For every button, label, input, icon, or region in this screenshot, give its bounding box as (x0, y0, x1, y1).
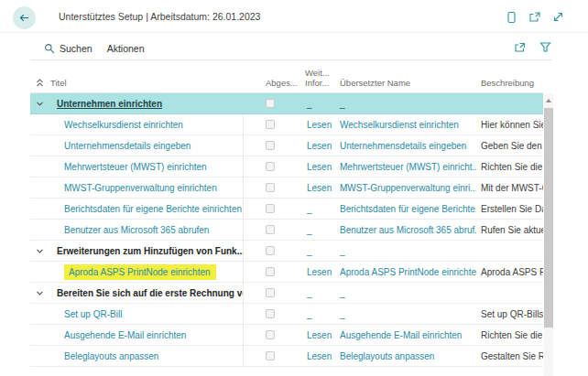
description-text (476, 283, 543, 303)
table-row[interactable]: Ausgehende E-Mail einrichtenLesenAusgehe… (30, 325, 543, 346)
search-menu-item[interactable]: Suchen (44, 43, 93, 54)
grid-body: Unternehmen einrichten__Wechselkursdiens… (30, 93, 543, 367)
column-header-abgeschlossen[interactable]: Abges... (244, 78, 302, 92)
completed-checkbox[interactable] (266, 330, 275, 339)
column-header-beschreibung[interactable]: Beschreibung (476, 78, 543, 92)
page-title: Unterstütztes Setup | Arbeitsdatum: 26.0… (59, 0, 260, 33)
description-text: Hier können Sie (476, 114, 543, 134)
share-icon[interactable] (514, 41, 527, 53)
column-header-titel[interactable]: Titel (50, 78, 67, 88)
description-text: Set up QR-Bills a (476, 304, 543, 324)
description-text: Geben Sie den N (476, 135, 543, 156)
empty-value: _ (340, 288, 345, 298)
completed-checkbox[interactable] (266, 204, 275, 213)
translated-name-link[interactable]: Beleglayouts anpassen (340, 351, 434, 361)
completed-checkbox[interactable] (266, 162, 275, 171)
completed-checkbox[interactable] (266, 183, 275, 192)
lesen-link[interactable]: Lesen (307, 351, 332, 361)
row-title[interactable]: Berichtsdaten für eigene Berichte einric… (64, 204, 242, 214)
bookmark-icon[interactable] (506, 11, 517, 24)
description-text: Richten Sie die E (476, 325, 543, 345)
lesen-link[interactable]: Lesen (307, 183, 332, 193)
actions-label: Aktionen (107, 43, 145, 54)
chevron-down-icon[interactable] (35, 99, 45, 109)
actions-menu-item[interactable]: Aktionen (107, 43, 145, 54)
chevron-down-icon[interactable] (35, 288, 45, 298)
vertical-scrollbar[interactable] (544, 94, 553, 376)
completed-checkbox[interactable] (266, 141, 275, 150)
empty-value: _ (307, 246, 312, 256)
resize-window-icon[interactable] (552, 11, 564, 24)
completed-checkbox[interactable] (266, 99, 275, 108)
completed-checkbox[interactable] (266, 288, 275, 297)
column-header-weitere-informationen[interactable]: Weit... Infor... (302, 68, 336, 92)
completed-checkbox[interactable] (266, 120, 275, 129)
open-in-new-window-icon[interactable] (528, 11, 541, 24)
arrow-left-icon (18, 12, 30, 24)
translated-name-link[interactable]: Mehrwertsteuer (MWST) einricht... (340, 162, 476, 172)
lesen-link[interactable]: Lesen (307, 330, 332, 340)
table-row[interactable]: Mehrwertsteuer (MWST) einrichtenLesenMeh… (30, 156, 543, 177)
row-title[interactable]: Wechselkursdienst einrichten (64, 120, 183, 130)
table-row[interactable]: Unternehmensdetails eingebenLesenUnterne… (30, 135, 543, 156)
setup-list: Titel Abges... Weit... Infor... Übersetz… (30, 64, 543, 367)
row-title[interactable]: Ausgehende E-Mail einrichten (64, 330, 186, 340)
back-button[interactable] (13, 6, 36, 29)
description-text: Mit der MWST-G (476, 177, 543, 198)
row-title[interactable]: Beleglayouts anpassen (64, 351, 158, 361)
empty-value: _ (340, 309, 345, 319)
row-title: Erweiterungen zum Hinzufügen von Funk... (57, 246, 244, 256)
row-title[interactable]: MWST-Gruppenverwaltung einrichten (64, 183, 217, 193)
completed-checkbox[interactable] (266, 351, 275, 360)
lesen-link[interactable]: Lesen (307, 141, 332, 151)
row-title[interactable]: Benutzer aus Microsoft 365 abrufen (64, 225, 209, 235)
empty-value: _ (340, 246, 345, 256)
chevron-down-icon[interactable] (35, 246, 45, 256)
translated-name-link[interactable]: Unternehmensdetails eingeben (340, 141, 466, 151)
row-title[interactable]: Aproda ASPS PrintNode einrichten (64, 264, 216, 280)
column-header-weitere-line1: Weit... (305, 68, 330, 78)
completed-checkbox[interactable] (266, 246, 275, 255)
completed-checkbox[interactable] (266, 309, 275, 318)
table-row[interactable]: Beleglayouts anpassenLesenBeleglayouts a… (30, 346, 543, 367)
table-row[interactable]: Set up QR-Bill__Set up QR-Bills a (30, 304, 543, 325)
translated-name-link[interactable]: Ausgehende E-Mail einrichten (340, 330, 462, 340)
table-row[interactable]: Erweiterungen zum Hinzufügen von Funk...… (30, 241, 543, 262)
search-icon (44, 43, 55, 54)
lesen-link[interactable]: Lesen (307, 267, 332, 277)
table-row[interactable]: Aproda ASPS PrintNode einrichtenLesenApr… (30, 262, 543, 283)
table-row[interactable]: Wechselkursdienst einrichtenLesenWechsel… (30, 114, 543, 135)
completed-checkbox[interactable] (266, 225, 275, 234)
row-title: Unternehmen einrichten (57, 99, 162, 109)
description-text: Richten Sie die M (476, 156, 543, 177)
empty-value: _ (307, 309, 312, 319)
column-header-uebersetzter-name[interactable]: Übersetzter Name (336, 78, 476, 92)
translated-name-link[interactable]: MWST-Gruppenverwaltung einri... (340, 183, 476, 193)
scrollbar-thumb[interactable] (544, 108, 553, 328)
translated-name-link[interactable]: Berichtsdaten für eigene Berichte... (340, 204, 476, 214)
row-title[interactable]: Unternehmensdetails eingeben (64, 141, 191, 151)
description-text: Gestalten Sie Re (476, 346, 543, 366)
lesen-link[interactable]: Lesen (307, 120, 332, 130)
table-row[interactable]: Benutzer aus Microsoft 365 abrufen_Benut… (30, 220, 543, 241)
row-title[interactable]: Set up QR-Bill (64, 309, 122, 319)
grid-header: Titel Abges... Weit... Infor... Übersetz… (30, 64, 543, 93)
table-row[interactable]: MWST-Gruppenverwaltung einrichtenLesenMW… (30, 177, 543, 199)
translated-name-link[interactable]: Benutzer aus Microsoft 365 abruf... (340, 225, 476, 235)
row-title[interactable]: Mehrwertsteuer (MWST) einrichten (64, 162, 207, 172)
description-text: Rufen Sie aktuel (476, 220, 543, 240)
filter-icon[interactable] (539, 41, 551, 53)
table-row[interactable]: Unternehmen einrichten__ (30, 93, 543, 114)
translated-name-link[interactable]: Wechselkursdienst einrichten (340, 120, 459, 130)
empty-value: _ (307, 204, 312, 214)
lesen-link[interactable]: Lesen (307, 162, 332, 172)
action-toolbar: Suchen Aktionen (30, 37, 552, 60)
translated-name-link[interactable]: Aproda ASPS PrintNode einrichten (340, 267, 476, 277)
table-row[interactable]: Berichtsdaten für eigene Berichte einric… (30, 199, 543, 220)
empty-value: _ (340, 99, 345, 109)
scroll-up-icon[interactable] (546, 99, 551, 102)
completed-checkbox[interactable] (266, 267, 275, 276)
table-row[interactable]: Bereiten Sie sich auf die erste Rechnung… (30, 283, 543, 304)
title-bar: Unterstütztes Setup | Arbeitsdatum: 26.0… (0, 0, 588, 33)
collapse-all-icon[interactable] (35, 78, 45, 88)
